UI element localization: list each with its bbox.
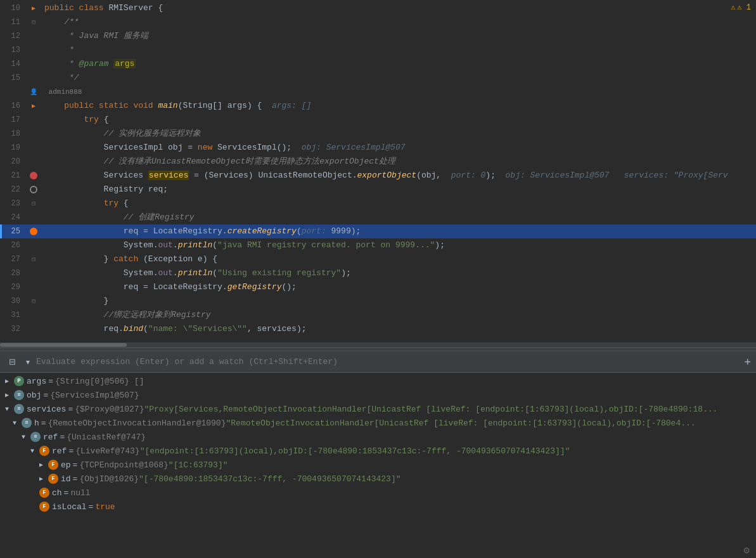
code-content: *	[42, 43, 756, 57]
line-number: 32	[0, 325, 25, 334]
execute-arrow-icon: ▶	[32, 4, 35, 12]
type-icon: ≡	[14, 404, 24, 414]
tree-item-ch[interactable]: ▶ F ch = null	[0, 486, 756, 500]
gutter: ▶	[25, 102, 42, 110]
debug-toolbar: ⊟ ▾ +	[0, 351, 756, 373]
debug-tree[interactable]: ▶ P args = {String[0]@506} [] ▶ ≡ obj = …	[0, 373, 756, 558]
gutter: ⊟	[25, 297, 42, 305]
line-number: 10	[0, 4, 25, 13]
code-content: req = LocateRegistry.getRegistry();	[42, 280, 756, 294]
code-line: 31 //绑定远程对象到Registry	[0, 308, 756, 322]
tree-item-services[interactable]: ▼ ≡ services = {$Proxy0@1027} "Proxy[Ser…	[0, 402, 756, 416]
tree-item-id[interactable]: ▶ F id = {ObjID@1026} "[-780e4890:185343…	[0, 472, 756, 486]
equals-sign: =	[73, 474, 78, 484]
var-name: services	[27, 405, 66, 414]
code-content: admin888	[42, 85, 756, 99]
code-content: /**	[42, 15, 756, 29]
breakpoint-disabled-icon[interactable]	[30, 186, 37, 193]
fold-icon[interactable]: ⊟	[32, 200, 35, 207]
equals-sign: =	[64, 488, 69, 498]
code-content: // 创建Registry	[42, 211, 756, 224]
expand-arrow-icon: ▶	[39, 461, 48, 469]
breakpoint-icon[interactable]	[30, 228, 37, 235]
chevron-down-icon: ▾	[26, 358, 30, 367]
fold-icon[interactable]: ⊟	[32, 297, 35, 305]
var-string-cont: :63793](local),objID:[-780e4...	[542, 418, 696, 428]
code-lines: 10 ▶ public class RMIServer { 11 ⊟ /** 1…	[0, 0, 756, 336]
breakpoint-icon[interactable]	[30, 172, 37, 179]
code-content: try {	[42, 197, 756, 211]
code-line: 17 try {	[0, 113, 756, 127]
execution-indicator	[0, 224, 2, 238]
type-icon: F	[39, 446, 49, 456]
var-value: {UnicastRef@747}	[67, 432, 146, 442]
var-value: {RemoteObjectInvocationHandler@1090}	[48, 418, 226, 428]
type-icon: F	[48, 460, 58, 470]
code-content: } catch (Exception e) {	[42, 252, 756, 266]
dropdown-button[interactable]: ▾	[22, 356, 34, 368]
settings-gear-icon[interactable]: ⚙	[742, 543, 751, 558]
code-content: }	[42, 294, 756, 308]
tree-item-ep[interactable]: ▶ F ep = {TCPEndpoint@1068} "[1C :63793]…	[0, 458, 756, 472]
expand-arrow-icon: ▼	[30, 448, 39, 455]
equals-sign: =	[43, 391, 48, 400]
fold-icon[interactable]: ⊟	[32, 18, 35, 26]
code-line: 20 // 没有继承UnicastRemoteObject时需要使用静态方法ex…	[0, 155, 756, 169]
tree-item-obj[interactable]: ▶ ≡ obj = {ServicesImpl@507}	[0, 388, 756, 402]
tree-item-args[interactable]: ▶ P args = {String[0]@506} []	[0, 374, 756, 388]
line-number: 27	[0, 255, 25, 264]
gutter	[25, 228, 42, 235]
line-number: 22	[0, 185, 25, 194]
code-content: // 实例化服务端远程对象	[42, 127, 756, 141]
expression-input[interactable]	[36, 357, 741, 367]
var-name: ref	[43, 432, 58, 442]
expand-arrow-icon: ▶	[39, 475, 48, 483]
code-line: 26 System.out.println("java RMI registry…	[0, 238, 756, 252]
gutter: ⊟	[25, 256, 42, 263]
add-watch-button[interactable]: +	[744, 356, 751, 368]
code-line-current: 25 req = LocateRegistry.createRegistry(p…	[0, 224, 756, 238]
code-line: 23 ⊟ try {	[0, 197, 756, 211]
gutter: ▶	[25, 4, 42, 12]
line-number: 11	[0, 18, 25, 27]
equals-sign: =	[60, 432, 65, 442]
debug-panel: ⊟ ▾ + ▶ P args = {String[0]@506} [] ▶ ≡ …	[0, 351, 756, 558]
code-line: 14 * @param args	[0, 57, 756, 71]
equals-sign: =	[68, 446, 74, 456]
type-icon: P	[14, 376, 24, 386]
code-line: 29 req = LocateRegistry.getRegistry();	[0, 280, 756, 294]
code-line: 27 ⊟ } catch (Exception e) {	[0, 252, 756, 266]
tree-item-ref-outer[interactable]: ▼ ≡ ref = {UnicastRef@747}	[0, 430, 756, 444]
var-value: {String[0]@506} []	[55, 377, 144, 386]
filter-button[interactable]: ⊟	[5, 356, 20, 368]
tree-item-ref-inner[interactable]: ▼ F ref = {LiveRef@743} "[endpoint:[1 :6…	[0, 444, 756, 458]
var-name: h	[34, 418, 39, 428]
equals-sign: =	[41, 418, 46, 428]
code-content: * @param args	[42, 57, 756, 71]
line-number: 15	[0, 74, 25, 82]
code-line: 10 ▶ public class RMIServer {	[0, 1, 756, 15]
tree-item-islocal[interactable]: ▶ F isLocal = true	[0, 500, 756, 514]
code-content: req.bind("name: \"Services\"", services)…	[42, 322, 756, 336]
fold-icon[interactable]: ⊟	[32, 256, 35, 263]
line-number: 17	[0, 115, 25, 124]
var-value: {LiveRef@743}	[75, 446, 139, 456]
editor-scrollbar[interactable]	[0, 342, 756, 347]
tree-item-h[interactable]: ▼ ≡ h = {RemoteObjectInvocationHandler@1…	[0, 416, 756, 430]
code-line: 11 ⊟ /**	[0, 15, 756, 29]
var-string-value: "[-780e4890:1853437c13c:-7fff, -70049365…	[139, 474, 400, 484]
type-icon: ≡	[22, 418, 32, 428]
var-name: id	[61, 474, 71, 484]
var-value: {ObjID@1026}	[79, 474, 139, 484]
var-string-value: "RemoteObjectInvocationHandler[UnicastRe…	[226, 418, 542, 428]
var-string-value: "[1C	[169, 460, 188, 470]
type-icon: F	[39, 502, 49, 512]
line-number: 31	[0, 311, 25, 320]
code-line: 32 req.bind("name: \"Services\"", servic…	[0, 322, 756, 336]
var-name: ref	[52, 446, 67, 456]
code-editor: ⚠ ⚠ 1 10 ▶ public class RMIServer { 11 ⊟…	[0, 0, 756, 342]
equals-sign: =	[68, 405, 73, 414]
gutter	[25, 186, 42, 193]
line-number: 13	[0, 46, 25, 55]
scrollbar-thumb[interactable]	[0, 343, 127, 347]
